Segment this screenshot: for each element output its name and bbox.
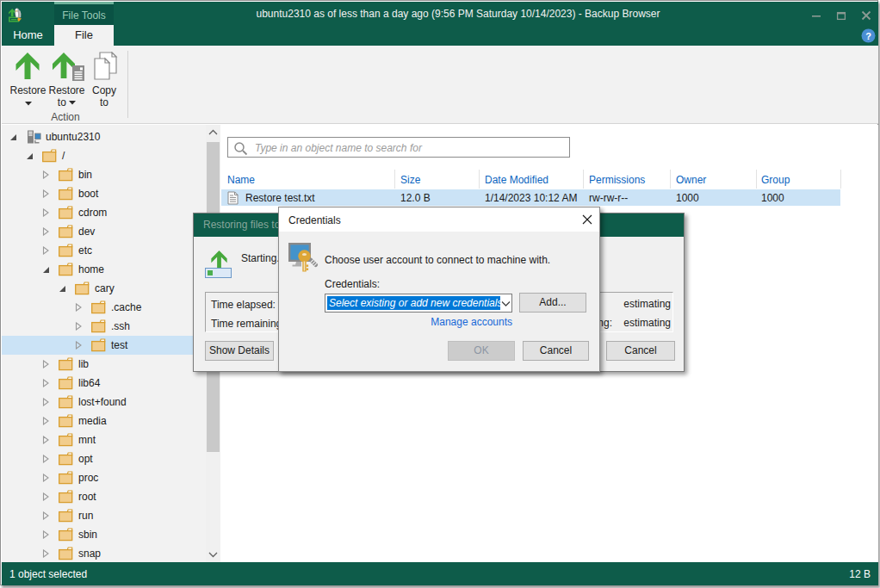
svg-text:?: ? <box>865 31 871 41</box>
